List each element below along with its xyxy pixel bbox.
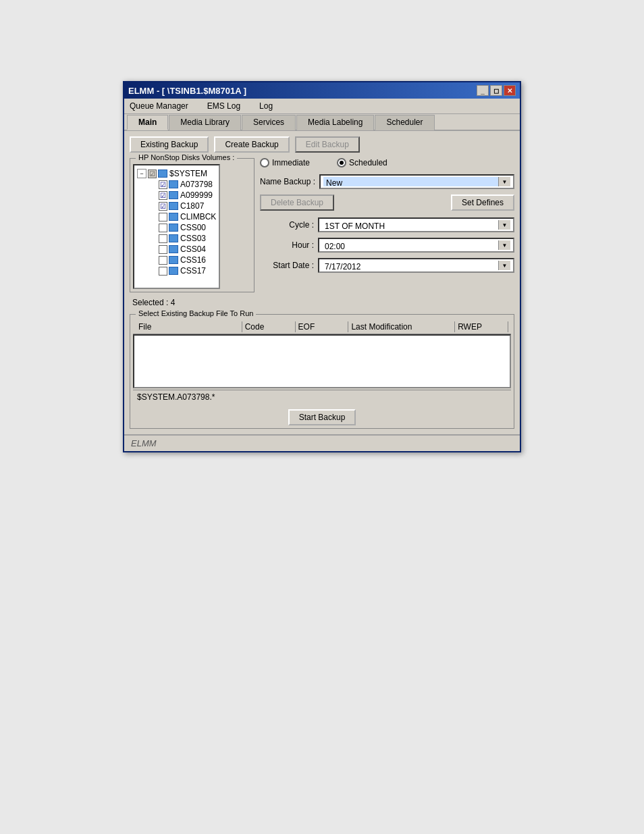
root-label: $SYSTEM (169, 169, 207, 178)
immediate-radio-circle[interactable] (260, 158, 269, 167)
tree-root: − ☑ $SYSTEM (137, 168, 216, 179)
name-backup-input[interactable]: New ▼ (319, 174, 514, 189)
item-label-2: C1807 (180, 201, 204, 211)
start-date-dropdown-arrow[interactable]: ▼ (498, 261, 510, 270)
restore-button[interactable]: ◻ (490, 85, 502, 96)
tab-scheduler[interactable]: Scheduler (375, 115, 434, 130)
name-backup-label: Name Backup : (260, 177, 315, 186)
menu-ems-log[interactable]: EMS Log (205, 100, 243, 112)
hour-dropdown-arrow[interactable]: ▼ (498, 240, 510, 250)
bottom-section: Select Existing Backup File To Run File … (130, 314, 514, 429)
col-rwep: RWEP (455, 321, 508, 332)
tree-item-8: CSS17 (137, 265, 216, 276)
root-checkbox[interactable]: ☑ (148, 170, 157, 178)
cycle-row: Cycle : 1ST OF MONTH ▼ (260, 217, 514, 232)
col-file: File (136, 321, 242, 332)
start-date-row: Start Date : 7/17/2012 ▼ (260, 258, 514, 273)
checkbox-4[interactable] (159, 224, 167, 232)
checkbox-8[interactable] (159, 267, 167, 276)
disk-icon-2 (169, 202, 178, 210)
radio-immediate[interactable]: Immediate (260, 158, 310, 167)
start-date-value: 7/17/2012 (322, 261, 498, 270)
checkbox-7[interactable] (159, 256, 167, 265)
item-label-8: CSS17 (180, 266, 206, 276)
create-backup-button[interactable]: Create Backup (214, 136, 289, 153)
window-title: ELMM - [ \TSINB1.$M8701A ] (128, 86, 246, 96)
start-backup-button[interactable]: Start Backup (288, 409, 356, 425)
disk-icon-3 (169, 213, 178, 221)
tree-item-6: CSS04 (137, 244, 216, 255)
title-bar: ELMM - [ \TSINB1.$M8701A ] _ ◻ ✕ (124, 82, 520, 99)
disk-icon-7 (169, 256, 178, 264)
checkbox-0[interactable]: ☑ (159, 180, 167, 189)
select-existing-group: Select Existing Backup File To Run File … (130, 314, 514, 429)
radio-scheduled[interactable]: Scheduled (337, 158, 387, 167)
disk-icon-8 (169, 267, 178, 275)
menu-queue-manager[interactable]: Queue Manager (127, 100, 191, 112)
tabs-row: Main Media Library Services Media Labeli… (124, 114, 520, 131)
name-backup-dropdown-arrow[interactable]: ▼ (498, 177, 510, 186)
disk-icon-6 (169, 245, 178, 253)
col-last-mod: Last Modification (348, 321, 455, 332)
status-bar: ELMM (124, 434, 520, 451)
path-display: $SYSTEM.A073798.* (133, 390, 511, 404)
disk-volumes-group: HP NonStop Disks Volumes : − ☑ $SYSTEM (130, 158, 254, 292)
immediate-label: Immediate (272, 158, 310, 167)
expand-icon[interactable]: − (137, 169, 146, 178)
tree-item-5: CSS03 (137, 233, 216, 244)
menu-log[interactable]: Log (257, 100, 275, 112)
tree-item-3: CLIMBCK (137, 211, 216, 222)
minimize-button[interactable]: _ (477, 85, 489, 96)
disk-icon-4 (169, 224, 178, 232)
item-label-4: CSS00 (180, 223, 206, 232)
edit-backup-button[interactable]: Edit Backup (295, 136, 360, 153)
hour-input[interactable]: 02:00 ▼ (318, 238, 514, 253)
col-eof: EOF (296, 321, 349, 332)
close-button[interactable]: ✕ (504, 85, 516, 96)
table-body[interactable] (133, 334, 511, 388)
main-window: ELMM - [ \TSINB1.$M8701A ] _ ◻ ✕ Queue M… (123, 81, 521, 452)
scheduled-radio-circle[interactable] (337, 158, 346, 167)
tree-item-2: ☑ C1807 (137, 201, 216, 211)
existing-backup-button[interactable]: Existing Backup (130, 136, 209, 153)
cycle-dropdown-arrow[interactable]: ▼ (498, 220, 510, 230)
name-backup-value: New (323, 177, 498, 186)
checkbox-1[interactable]: ☑ (159, 191, 167, 200)
name-backup-row: Name Backup : New ▼ (260, 174, 514, 189)
root-disk-icon (158, 170, 167, 178)
checkbox-6[interactable] (159, 245, 167, 254)
checkbox-3[interactable] (159, 213, 167, 221)
item-label-6: CSS04 (180, 244, 206, 254)
set-defines-button[interactable]: Set Defines (451, 194, 514, 211)
disk-icon-1 (169, 191, 178, 199)
cycle-input[interactable]: 1ST OF MONTH ▼ (318, 217, 514, 232)
tree-item-4: CSS00 (137, 222, 216, 233)
table-header: File Code EOF Last Modification RWEP (133, 320, 511, 334)
tab-media-library[interactable]: Media Library (169, 115, 241, 130)
select-group-title: Select Existing Backup File To Run (136, 309, 256, 317)
item-label-1: A099999 (180, 190, 213, 200)
tree-item-7: CSS16 (137, 255, 216, 265)
hour-row: Hour : 02:00 ▼ (260, 238, 514, 253)
radio-group: Immediate Scheduled (260, 158, 514, 167)
item-label-7: CSS16 (180, 255, 206, 265)
item-label-0: A073798 (180, 180, 213, 189)
start-date-input[interactable]: 7/17/2012 ▼ (318, 258, 514, 273)
menu-bar: Queue Manager EMS Log Log (124, 99, 520, 114)
tab-media-labeling[interactable]: Media Labeling (296, 115, 374, 130)
tree-item-0: ☑ A073798 (137, 179, 216, 190)
checkbox-2[interactable]: ☑ (159, 202, 167, 211)
tree-view[interactable]: − ☑ $SYSTEM ☑ A073798 (133, 164, 220, 289)
right-panel: Immediate Scheduled Name Backup : New ▼ (260, 158, 514, 309)
tree-item-1: ☑ A099999 (137, 190, 216, 201)
item-label-5: CSS03 (180, 234, 206, 243)
selected-count: Selected : 4 (130, 296, 254, 309)
start-date-label: Start Date : (260, 261, 314, 270)
tab-services[interactable]: Services (242, 115, 296, 130)
checkbox-5[interactable] (159, 234, 167, 243)
delete-backup-button[interactable]: Delete Backup (260, 194, 334, 211)
tab-main[interactable]: Main (127, 115, 168, 130)
cycle-value: 1ST OF MONTH (322, 220, 498, 230)
toolbar-row: Existing Backup Create Backup Edit Backu… (130, 136, 514, 153)
col-code: Code (242, 321, 296, 332)
